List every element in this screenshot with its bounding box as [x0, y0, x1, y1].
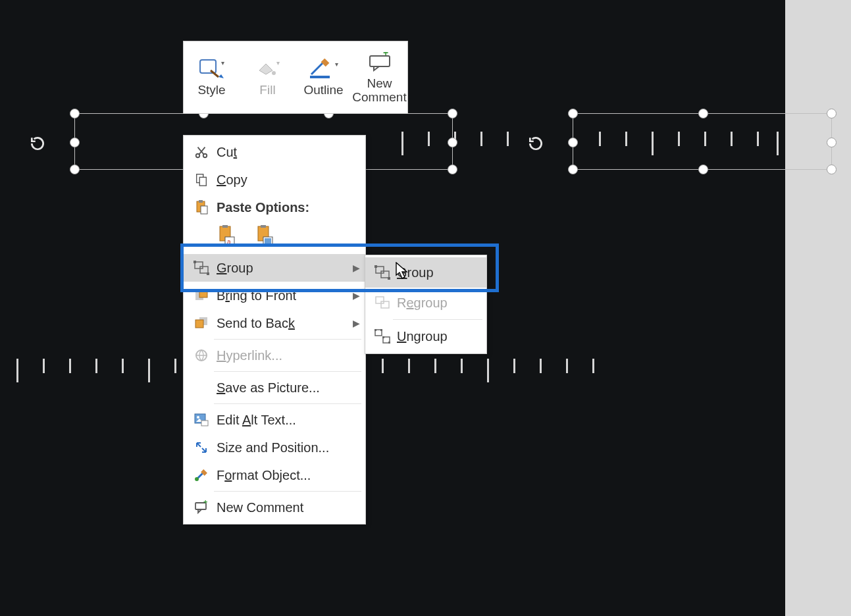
selection-handle[interactable]	[568, 109, 578, 118]
svg-point-38	[195, 477, 199, 481]
selection-handle[interactable]	[827, 165, 837, 174]
selection-handle[interactable]	[827, 138, 837, 147]
regroup-icon	[372, 294, 393, 311]
menu-separator	[214, 339, 361, 340]
svg-rect-42	[381, 271, 389, 278]
group-icon	[190, 259, 213, 277]
svg-rect-6	[310, 76, 330, 78]
selection-handle[interactable]	[698, 109, 708, 118]
menu-group-label: Group	[213, 261, 353, 276]
svg-rect-13	[199, 177, 206, 186]
menu-group[interactable]: Group ▶	[184, 254, 365, 282]
selection-handle[interactable]	[448, 138, 457, 147]
new-comment-label: New Comment	[352, 77, 406, 105]
menu-bring-to-front[interactable]: Bring to Front ▶	[184, 282, 365, 309]
svg-rect-18	[222, 225, 228, 228]
new-comment-icon: +	[366, 51, 394, 73]
svg-rect-46	[381, 301, 389, 308]
menu-new-comment[interactable]: + New Comment	[184, 494, 365, 521]
menu-hyperlink-label: Hyperlink...	[213, 348, 360, 363]
menu-format-object[interactable]: Format Object...	[184, 461, 365, 489]
selection-handle[interactable]	[698, 165, 708, 174]
submenu-group[interactable]: Group	[365, 257, 486, 288]
menu-cut-label: Cut	[213, 145, 360, 160]
menu-paste-options-header: Paste Options:	[184, 193, 365, 221]
menu-separator	[214, 491, 361, 492]
selection-handle[interactable]	[568, 138, 578, 147]
svg-rect-26	[200, 267, 208, 273]
menu-copy[interactable]: Copy	[184, 166, 365, 193]
group-icon	[372, 264, 393, 281]
menu-format-object-label: Format Object...	[213, 468, 360, 483]
submenu-regroup: Regroup	[365, 288, 486, 318]
menu-edit-alt-text[interactable]: Edit Alt Text...	[184, 406, 365, 434]
fill-icon: ▾	[255, 57, 280, 80]
selection-handle[interactable]	[70, 138, 80, 147]
selection-handle[interactable]	[70, 109, 80, 118]
fill-label: Fill	[259, 84, 275, 97]
group-submenu: Group Regroup Ungroup	[365, 255, 487, 354]
menu-copy-label: Copy	[213, 172, 360, 188]
svg-rect-24	[265, 238, 271, 244]
copy-icon	[190, 170, 213, 189]
submenu-regroup-label: Regroup	[393, 295, 448, 311]
submenu-ungroup[interactable]: Ungroup	[365, 321, 486, 351]
svg-point-35	[197, 416, 199, 419]
rotate-handle-icon[interactable]	[527, 135, 544, 152]
svg-rect-27	[193, 261, 196, 263]
submenu-ungroup-label: Ungroup	[393, 329, 448, 344]
paste-option-picture[interactable]	[253, 224, 277, 249]
svg-rect-45	[376, 297, 384, 303]
rotate-handle-icon[interactable]	[29, 135, 46, 152]
svg-rect-44	[388, 277, 390, 280]
context-menu: Cut Copy Paste Options: a Group ▶ Bring …	[183, 135, 366, 525]
menu-send-to-back[interactable]: Send to Back ▶	[184, 309, 365, 337]
menu-save-as-picture-label: Save as Picture...	[213, 380, 360, 396]
side-panel	[785, 0, 851, 616]
selection-handle[interactable]	[70, 165, 80, 174]
svg-point-3	[272, 71, 276, 75]
new-comment-icon: +	[190, 498, 213, 517]
menu-bring-to-front-label: Bring to Front	[213, 288, 353, 303]
selection-box-2[interactable]	[573, 113, 832, 170]
menu-cut[interactable]: Cut	[184, 138, 365, 166]
svg-rect-51	[382, 336, 384, 338]
paste-option-keep-formatting[interactable]: a	[215, 224, 239, 249]
selection-handle[interactable]	[448, 109, 457, 118]
ungroup-icon	[372, 328, 393, 345]
svg-text:a: a	[227, 238, 231, 245]
selection-handle[interactable]	[568, 165, 578, 174]
menu-separator	[393, 319, 482, 320]
svg-text:+: +	[203, 500, 207, 505]
format-object-icon	[190, 466, 213, 484]
new-comment-button[interactable]: + New Comment	[351, 41, 407, 113]
menu-size-and-position[interactable]: Size and Position...	[184, 434, 365, 461]
fill-button[interactable]: ▾ Fill	[240, 41, 296, 113]
svg-rect-22	[261, 225, 266, 228]
svg-rect-28	[207, 272, 209, 275]
submenu-arrow-icon: ▶	[353, 263, 360, 273]
menu-save-as-picture[interactable]: Save as Picture...	[184, 374, 365, 401]
selection-handle[interactable]	[448, 165, 457, 174]
svg-text:▾: ▾	[276, 59, 280, 66]
svg-rect-16	[201, 206, 207, 214]
svg-rect-36	[201, 421, 208, 426]
paste-options-row: a	[184, 221, 365, 254]
style-button[interactable]: ▾ Style	[184, 41, 240, 113]
outline-label: Outline	[303, 84, 343, 97]
alt-text-icon	[190, 411, 213, 429]
svg-text:+: +	[383, 52, 388, 58]
menu-paste-options-label: Paste Options:	[213, 200, 360, 215]
outline-button[interactable]: ▾ Outline	[296, 41, 351, 113]
svg-rect-52	[388, 342, 390, 344]
mini-toolbar: ▾ Style ▾ Fill ▾ Outline + New Comment	[183, 41, 408, 114]
svg-text:▾: ▾	[221, 59, 224, 66]
svg-text:▾: ▾	[335, 61, 338, 68]
send-to-back-icon	[190, 314, 213, 332]
menu-separator	[214, 371, 361, 372]
svg-rect-30	[199, 290, 207, 297]
bring-to-front-icon	[190, 286, 213, 305]
svg-rect-5	[321, 59, 329, 66]
selection-handle[interactable]	[827, 109, 837, 118]
menu-size-position-label: Size and Position...	[213, 440, 360, 455]
